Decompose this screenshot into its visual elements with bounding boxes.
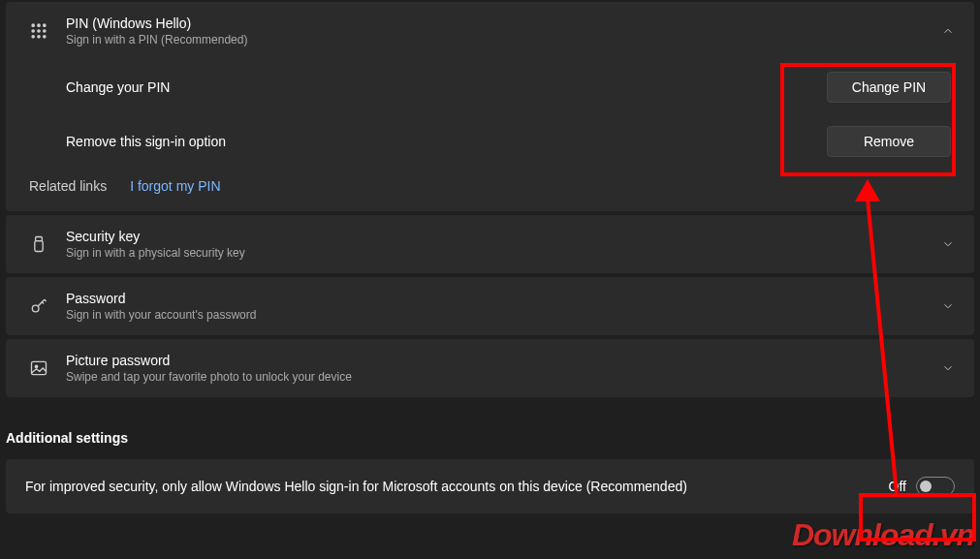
pin-section: PIN (Windows Hello) Sign in with a PIN (…: [6, 2, 974, 211]
related-links-label: Related links: [29, 178, 107, 194]
watermark: Download.vn: [792, 517, 974, 553]
hello-only-card: For improved security, only allow Window…: [6, 459, 974, 513]
svg-point-5: [44, 30, 46, 32]
chevron-up-icon: [941, 24, 955, 38]
forgot-pin-link[interactable]: I forgot my PIN: [130, 178, 220, 194]
svg-rect-10: [35, 241, 43, 252]
remove-pin-row: Remove this sign-in option Remove: [6, 114, 974, 169]
change-pin-button[interactable]: Change PIN: [827, 72, 951, 103]
chevron-down-icon: [941, 299, 955, 313]
pin-title: PIN (Windows Hello): [66, 16, 941, 31]
svg-point-3: [32, 30, 34, 32]
password-title: Password: [66, 291, 941, 306]
remove-pin-button[interactable]: Remove: [827, 126, 951, 157]
security-key-title: Security key: [66, 229, 941, 244]
key-icon: [21, 296, 56, 316]
svg-point-13: [35, 365, 38, 368]
security-key-row[interactable]: Security key Sign in with a physical sec…: [6, 215, 974, 273]
remove-pin-label: Remove this sign-in option: [66, 134, 226, 149]
chevron-down-icon: [941, 361, 955, 375]
change-pin-label: Change your PIN: [66, 79, 170, 95]
picture-icon: [21, 358, 56, 378]
svg-point-4: [38, 30, 40, 32]
security-key-subtitle: Sign in with a physical security key: [66, 246, 941, 260]
svg-rect-12: [32, 361, 47, 374]
picture-password-row[interactable]: Picture password Swipe and tap your favo…: [6, 339, 974, 397]
hello-only-toggle[interactable]: [916, 477, 955, 496]
svg-point-7: [38, 36, 40, 38]
hello-only-text: For improved security, only allow Window…: [25, 479, 889, 494]
password-subtitle: Sign in with your account's password: [66, 308, 941, 322]
svg-point-2: [44, 24, 46, 26]
usb-key-icon: [21, 234, 56, 254]
related-links-row: Related links I forgot my PIN: [6, 169, 974, 211]
pin-keypad-icon: [21, 21, 56, 41]
picture-subtitle: Swipe and tap your favorite photo to unl…: [66, 370, 941, 384]
svg-point-8: [44, 36, 46, 38]
chevron-down-icon: [941, 237, 955, 251]
pin-header[interactable]: PIN (Windows Hello) Sign in with a PIN (…: [6, 2, 974, 60]
change-pin-row: Change your PIN Change PIN: [6, 60, 974, 114]
svg-point-0: [32, 24, 34, 26]
picture-title: Picture password: [66, 353, 941, 368]
svg-point-1: [38, 24, 40, 26]
pin-subtitle: Sign in with a PIN (Recommended): [66, 33, 941, 47]
svg-point-11: [32, 305, 39, 312]
toggle-state-label: Off: [889, 479, 906, 494]
svg-point-6: [32, 36, 34, 38]
password-row[interactable]: Password Sign in with your account's pas…: [6, 277, 974, 335]
additional-settings-heading: Additional settings: [0, 401, 980, 457]
